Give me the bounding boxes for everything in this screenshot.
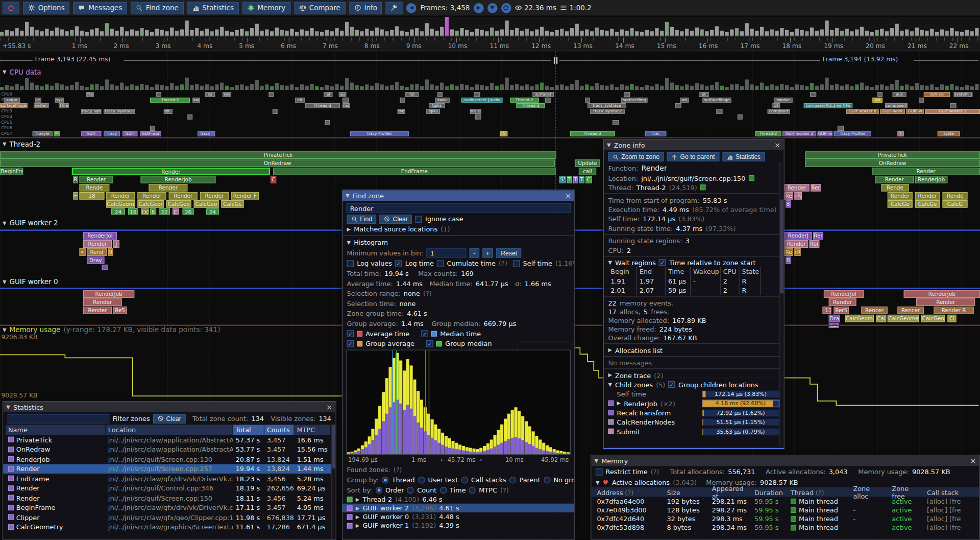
cpu-segment[interactable]: md — [398, 109, 405, 114]
timeline-zone[interactable]: Render — [169, 192, 198, 200]
cpu-segment[interactable]: composer@ — [885, 103, 908, 108]
cpu-segment[interactable]: sys — [55, 98, 64, 103]
wait-region-row[interactable]: 2.01 ms2.07 ms59 μs-2R — [604, 286, 784, 295]
cpu-segment[interactable]: tracy_syn — [81, 109, 101, 114]
cpu-segment[interactable]: rot_d — [164, 109, 173, 114]
toolbar-button-statistics[interactable]: Statistics — [187, 2, 239, 14]
cpu-segment[interactable]: Thread-2 — [510, 98, 538, 103]
timeline-zone[interactable]: call — [579, 168, 596, 175]
cpu-segment[interactable] — [474, 92, 480, 97]
timeline-zone[interactable]: rR — [794, 248, 800, 256]
timeline-zone[interactable]: R — [73, 176, 78, 183]
legend-checkbox[interactable]: ✓ — [422, 330, 428, 337]
cpu-segment[interactable] — [545, 98, 551, 103]
cpu-segment[interactable]: aux — [893, 92, 906, 97]
cpu-segment[interactable]: al — [324, 92, 332, 97]
cpu-segment[interactable]: tracy_systrace — [587, 103, 626, 108]
timeline-zone[interactable]: RenderJ — [785, 232, 812, 240]
statistics-row[interactable]: EndFramejni/../jni/src/claw/gfx/drv/vk/D… — [3, 474, 335, 483]
column-header-duration[interactable]: Duration — [752, 488, 788, 496]
cpu-segment[interactable]: tracy_systrace — [104, 109, 135, 114]
toolbar-button-info[interactable]: Info — [349, 2, 382, 14]
find-button[interactable]: Find — [347, 214, 377, 223]
cpu-segment[interactable]: surfacefling — [621, 98, 647, 103]
timeline-zone[interactable]: 8 — [150, 208, 156, 215]
timeline-zone[interactable]: 22 — [159, 208, 170, 215]
column-header-address[interactable]: Address(?) — [594, 488, 664, 496]
timeline-zone[interactable]: Tl — [567, 176, 572, 183]
zone-group-row[interactable]: ▶GUIF worker 2(3,296)4.61 s — [342, 504, 574, 512]
child-zones-expander[interactable]: ▼ Child zones (5) ✓ Group children locat… — [604, 380, 784, 389]
timeline-zone[interactable]: PrivateTick — [805, 151, 980, 159]
child-zone-row[interactable]: RecalcTransform72.92 μs (1.62%) — [604, 408, 784, 417]
cpu-segment[interactable]: surfaceflinger — [0, 103, 28, 108]
group-by-user-text[interactable] — [418, 476, 425, 483]
cpu-segment[interactable]: GUIF worker 2 — [782, 131, 816, 136]
cpu-segment[interactable]: fra — [86, 92, 94, 97]
statistics-row[interactable]: CalcGeometryjni/../jni/src/claw/graphics… — [3, 522, 335, 532]
cpu-segment[interactable]: Tracy — [104, 131, 120, 136]
cpu-segment[interactable]: M — [54, 131, 60, 136]
cpu-segment[interactable]: composer — [768, 109, 790, 114]
next-frame-button[interactable]: ▶ — [474, 3, 484, 13]
cpu-segment[interactable]: Thread-2 — [570, 131, 615, 136]
cpu-segment[interactable]: Thread-2 — [305, 103, 340, 108]
cpu-segment[interactable] — [624, 92, 630, 97]
cpu-segment[interactable]: md — [342, 103, 350, 108]
statistics-row[interactable]: Renderjni/../jni/src/guif/Screen.cpp:150… — [3, 493, 335, 503]
thread-header-guif-worker-0[interactable]: ▼GUIF worker 0 — [3, 278, 58, 286]
timeline-zone[interactable]: 26 — [183, 208, 194, 215]
cpu-segment[interactable]: system_s — [954, 92, 973, 97]
memory-titlebar[interactable]: ▼ Memory × — [591, 455, 979, 466]
timeline-zone[interactable]: Render — [916, 298, 975, 306]
timeline-zone[interactable]: -17 — [822, 307, 831, 314]
timeline-zone[interactable]: RenderJob — [141, 176, 216, 183]
timeline-zone[interactable]: CalcGeo — [921, 315, 945, 322]
timeline-zone[interactable]: Dra — [829, 315, 840, 322]
thread-header-guif-worker-2[interactable]: ▼GUIF worker 2 — [3, 219, 58, 227]
timeline-zone[interactable]: Tr — [573, 176, 578, 183]
cpu-segment[interactable] — [738, 114, 743, 120]
scrollbar-thumb[interactable] — [780, 200, 783, 294]
cpu-segment[interactable]: Thread-2 — [755, 131, 781, 136]
cpu-segment[interactable]: Trac — [645, 131, 667, 136]
timeline-zone[interactable]: CalcGeome — [106, 200, 135, 208]
cpu-segment[interactable]: systen — [34, 103, 48, 108]
restrict-time-checkbox[interactable] — [596, 468, 602, 475]
zone-group-row[interactable]: ▶Thread-2(4,105)6.46 s — [342, 495, 574, 504]
zone-trace-expander[interactable]: ▶Zone trace(2) — [604, 370, 784, 380]
timeline-zone[interactable]: Render — [785, 240, 808, 248]
timeline-zone[interactable]: Rende — [80, 184, 110, 192]
scrollbar[interactable] — [779, 162, 784, 447]
cpu-segment[interactable]: audioserver [audio — [461, 98, 503, 103]
statistics-row[interactable]: BeginFramejni/../jni/src/claw/gfx/drv/vk… — [3, 503, 335, 512]
allocation-row[interactable]: 0x7dfc53d8988 bytes298.34 ms59.95 sMain … — [591, 523, 979, 532]
timeline-zone[interactable]: Render F — [231, 192, 259, 200]
cpu-segment[interactable]: Trasyle — [33, 131, 53, 136]
zone-group-row[interactable]: ▶GUIF worker 1(3,192)4.39 s — [342, 521, 574, 530]
cpu-segment[interactable]: Thread-2 — [516, 103, 545, 108]
cpu-segment[interactable]: Tracy Profiler — [350, 131, 409, 136]
timeline-zone[interactable]: Ren — [810, 240, 820, 248]
cpu-segment[interactable] — [437, 92, 443, 97]
cpu-segment[interactable]: kw — [192, 98, 200, 103]
timeline-zone[interactable]: Cl — [947, 315, 956, 322]
close-icon[interactable]: × — [565, 192, 571, 199]
cpu-segment[interactable] — [325, 120, 330, 125]
crosshair-button[interactable] — [501, 3, 511, 13]
cpu-segment[interactable]: cfr — [295, 98, 305, 103]
timeline-zone[interactable]: CalcG — [943, 200, 968, 208]
timeline-zone[interactable]: CalcGe — [221, 200, 243, 208]
timeline-zone[interactable]: C — [271, 176, 276, 183]
collapse-icon[interactable]: ▼ — [607, 142, 611, 148]
cpu-segment[interactable]: rot — [680, 98, 689, 103]
cpu-segment[interactable]: GUIF-wor — [140, 131, 161, 136]
timeline-zone[interactable]: RenderJob — [915, 176, 948, 183]
wait-region-row[interactable]: 1.91 ms1.97 ms61 μs-2R — [604, 276, 784, 286]
timeline-zone[interactable]: Rende — [881, 184, 909, 192]
prev-frame-button[interactable]: ◀ — [406, 3, 416, 13]
timeline-zone[interactable]: OC — [141, 208, 149, 215]
zone-info-titlebar[interactable]: ▼ Zone info × — [604, 139, 784, 150]
increment-button[interactable]: + — [482, 248, 494, 257]
group-by-thread[interactable] — [382, 476, 388, 483]
